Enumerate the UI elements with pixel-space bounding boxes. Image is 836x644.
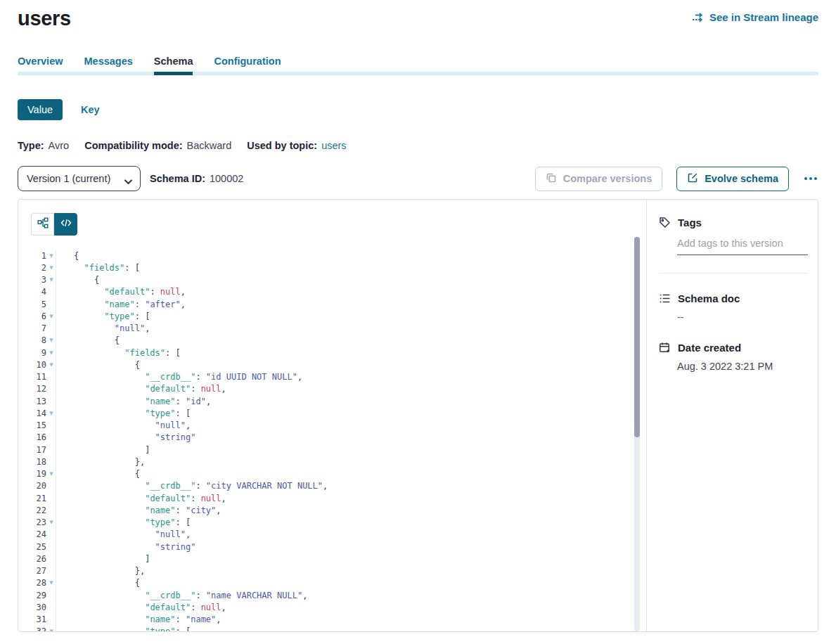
fold-toggle-icon[interactable]: ▼ <box>46 265 56 271</box>
code-text: ] <box>56 445 150 455</box>
code-line: 21 "default": null, <box>18 492 646 504</box>
gutter: 14▼ <box>18 407 56 419</box>
code-line: 22 "name": "city", <box>18 504 646 516</box>
code-line: 12 "default": null, <box>18 383 646 395</box>
key-toggle-button[interactable]: Key <box>81 104 100 115</box>
value-toggle-button[interactable]: Value <box>18 99 63 120</box>
more-options-button[interactable] <box>803 174 818 183</box>
code-line: 16 "string" <box>18 432 646 444</box>
code-view-icon <box>60 217 72 231</box>
gutter: 31 <box>18 614 56 626</box>
line-number: 24 <box>18 529 46 539</box>
code-line: 1▼{ <box>18 250 646 262</box>
code-line: 13 "name": "id", <box>18 395 646 407</box>
fold-toggle-icon[interactable]: ▼ <box>46 411 56 416</box>
tab-schema[interactable]: Schema <box>154 56 193 75</box>
code-line: 19▼ { <box>18 468 646 480</box>
fold-toggle-icon[interactable]: ▼ <box>46 253 56 259</box>
meta-label: Type: <box>18 140 44 151</box>
fold-toggle-icon[interactable]: ▼ <box>46 520 56 525</box>
gutter: 4 <box>18 286 56 298</box>
compare-versions-button[interactable]: Compare versions <box>535 167 663 191</box>
tab-bar: OverviewMessagesSchemaConfiguration <box>18 56 818 75</box>
tree-view-icon <box>37 217 49 231</box>
line-number: 2 <box>18 263 46 273</box>
code-text: }, <box>56 457 145 467</box>
fold-toggle-icon[interactable]: ▼ <box>46 314 56 319</box>
line-number: 25 <box>18 542 46 552</box>
version-actions: Compare versions Evolve schema <box>535 167 818 191</box>
calendar-plus-icon <box>659 342 671 354</box>
add-tags-input[interactable] <box>677 238 808 255</box>
meta-item: Type:Avro <box>18 140 69 151</box>
line-number: 14 <box>18 408 46 418</box>
list-icon <box>659 292 671 304</box>
code-text: "default": null, <box>56 494 226 503</box>
schema-doc-heading: Schema doc <box>659 292 808 304</box>
gutter: 16 <box>18 432 56 444</box>
gutter: 17 <box>18 444 56 456</box>
editor-scrollbar-thumb[interactable] <box>634 237 640 437</box>
code-line: 6▼ "type": [ <box>18 310 646 322</box>
gutter: 12 <box>18 383 56 395</box>
gutter: 20 <box>18 480 56 492</box>
fold-toggle-icon[interactable]: ▼ <box>46 580 56 586</box>
tree-view-button[interactable] <box>31 213 54 236</box>
code-text: "name": "id", <box>56 397 211 406</box>
gutter: 1▼ <box>18 250 56 262</box>
value-key-toggle: Value Key <box>18 99 818 120</box>
code-text: { <box>56 251 79 261</box>
schema-id: Schema ID: 100002 <box>150 173 243 184</box>
fold-toggle-icon[interactable]: ▼ <box>46 362 56 368</box>
schema-code-pane: 1▼{2▼ "fields": [3▼ {4 "default": null,5… <box>18 200 646 631</box>
line-number: 5 <box>18 300 46 309</box>
code-line: 29 "__crdb__": "name VARCHAR NULL", <box>18 589 646 601</box>
line-number: 8 <box>18 335 46 345</box>
tab-messages[interactable]: Messages <box>84 56 133 75</box>
version-select-wrap: Version 1 (current) <box>18 166 141 191</box>
fold-toggle-icon[interactable]: ▼ <box>46 337 56 343</box>
meta-label: Used by topic: <box>247 140 317 151</box>
line-number: 32 <box>18 626 46 631</box>
line-number: 18 <box>18 457 46 467</box>
tab-configuration[interactable]: Configuration <box>214 56 281 75</box>
gutter: 8▼ <box>18 335 56 347</box>
topic-link[interactable]: users <box>321 140 346 151</box>
evolve-schema-button[interactable]: Evolve schema <box>676 167 789 191</box>
gutter: 13 <box>18 395 56 407</box>
stream-lineage-icon <box>692 12 705 23</box>
view-toggle <box>31 213 77 236</box>
code-text: "default": null, <box>56 603 226 612</box>
meta-label: Compatibility mode: <box>84 140 182 151</box>
copy-icon <box>546 172 557 186</box>
gutter: 22 <box>18 504 56 516</box>
gutter: 6▼ <box>18 310 56 322</box>
fold-toggle-icon[interactable]: ▼ <box>46 350 56 356</box>
line-number: 23 <box>18 517 46 527</box>
line-number: 31 <box>18 614 46 624</box>
version-select[interactable]: Version 1 (current) <box>18 166 141 191</box>
tab-overview[interactable]: Overview <box>18 56 63 75</box>
line-number: 30 <box>18 603 46 612</box>
tags-heading-label: Tags <box>678 217 702 228</box>
line-number: 16 <box>18 432 46 442</box>
code-text: "name": "after", <box>56 300 186 309</box>
sidebar-divider <box>659 273 808 273</box>
line-number: 20 <box>18 481 46 491</box>
fold-toggle-icon[interactable]: ▼ <box>46 277 56 283</box>
gutter: 24 <box>18 529 56 541</box>
line-number: 17 <box>18 445 46 455</box>
meta-item: Compatibility mode:Backward <box>84 140 231 151</box>
code-line: 10▼ { <box>18 359 646 371</box>
line-number: 22 <box>18 505 46 515</box>
gutter: 18 <box>18 456 56 468</box>
fold-toggle-icon[interactable]: ▼ <box>46 629 56 631</box>
schema-json-editor[interactable]: 1▼{2▼ "fields": [3▼ {4 "default": null,5… <box>18 250 646 631</box>
schema-doc-value: -- <box>677 311 808 323</box>
gutter: 25 <box>18 541 56 553</box>
code-view-button[interactable] <box>54 213 77 236</box>
code-text: "__crdb__": "id UUID NOT NULL", <box>56 372 302 382</box>
stream-lineage-link[interactable]: See in Stream lineage <box>692 11 818 23</box>
line-number: 27 <box>18 566 46 576</box>
fold-toggle-icon[interactable]: ▼ <box>46 471 56 477</box>
